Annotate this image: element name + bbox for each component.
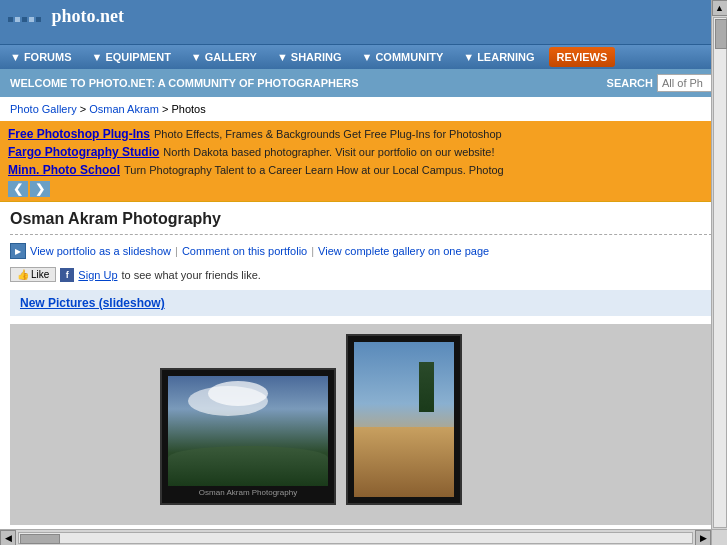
portfolio-links: ▶ View portfolio as a slideshow | Commen… — [10, 243, 717, 259]
ad-text-1: Photo Effects, Frames & Backgrounds Get … — [154, 126, 502, 143]
breadcrumb-photographer[interactable]: Osman Akram — [89, 103, 159, 115]
nav-item-reviews[interactable]: REVIEWS — [549, 47, 616, 67]
facebook-icon: f — [60, 268, 74, 282]
cloud-decoration-2 — [208, 381, 268, 406]
scrollbar-track — [713, 17, 727, 528]
photo-frame-2[interactable] — [346, 334, 462, 505]
search-input[interactable] — [657, 74, 717, 92]
comment-link[interactable]: Comment on this portfolio — [182, 245, 307, 257]
logo-decoration — [8, 17, 43, 38]
facebook-after-text: to see what your friends like. — [122, 269, 261, 281]
welcome-bar: WELCOME TO PHOTO.NET: A COMMUNITY OF PHO… — [0, 69, 727, 97]
hills-decoration — [168, 446, 328, 486]
ad-link-1[interactable]: Free Photoshop Plug-Ins — [8, 125, 150, 143]
breadcrumb-gallery[interactable]: Photo Gallery — [10, 103, 77, 115]
nav-item-equipment[interactable]: ▼ EQUIPMENT — [82, 45, 181, 69]
photo-portrait — [354, 342, 454, 497]
scrollbar-horizontal-track — [18, 532, 693, 534]
welcome-text: WELCOME TO PHOTO.NET: A COMMUNITY OF PHO… — [10, 77, 359, 89]
main-content: Osman Akram Photography ▶ View portfolio… — [0, 202, 727, 533]
new-pictures-bar: New Pictures (slideshow) — [10, 290, 717, 316]
breadcrumb: Photo Gallery > Osman Akram > Photos — [0, 97, 727, 121]
search-area: SEARCH — [607, 74, 717, 92]
dropdown-icon: ▼ — [191, 51, 202, 63]
photo-container-1: Osman Akram Photography — [160, 368, 336, 505]
scroll-left-button[interactable]: ◀ — [0, 530, 16, 534]
divider — [10, 234, 717, 235]
photos-area: Osman Akram Photography — [10, 324, 717, 525]
ad-link-3[interactable]: Minn. Photo School — [8, 161, 120, 179]
photo-frame-1[interactable]: Osman Akram Photography — [160, 368, 336, 505]
ad-banner: Free Photoshop Plug-Ins Photo Effects, F… — [0, 121, 727, 202]
search-label: SEARCH — [607, 77, 653, 89]
gallery-link[interactable]: View complete gallery on one page — [318, 245, 489, 257]
nav-item-forums[interactable]: ▼ FORUMS — [0, 45, 82, 69]
new-pictures-link[interactable]: New Pictures (slideshow) — [20, 296, 165, 310]
tree-decoration — [419, 362, 434, 412]
ad-next-button[interactable]: ❯ — [30, 181, 50, 197]
ad-item-1: Free Photoshop Plug-Ins Photo Effects, F… — [8, 125, 719, 143]
dropdown-icon: ▼ — [362, 51, 373, 63]
photo-landscape — [168, 376, 328, 486]
ad-item-3: Minn. Photo School Turn Photography Tale… — [8, 161, 719, 179]
facebook-like: 👍 Like f Sign Up to see what your friend… — [10, 267, 717, 282]
ad-prev-button[interactable]: ❮ — [8, 181, 28, 197]
logo[interactable]: photo.net — [8, 6, 124, 38]
dropdown-icon: ▼ — [10, 51, 21, 63]
like-button[interactable]: 👍 Like — [10, 267, 56, 282]
nav-item-sharing[interactable]: ▼ SHARING — [267, 45, 352, 69]
ad-text-3: Turn Photography Talent to a Career Lear… — [124, 162, 504, 179]
scroll-right-button[interactable]: ▶ — [695, 530, 711, 534]
dropdown-icon: ▼ — [463, 51, 474, 63]
scrollbar-corner — [711, 529, 727, 533]
breadcrumb-current: Photos — [171, 103, 205, 115]
photo-caption-1: Osman Akram Photography — [168, 488, 328, 497]
dropdown-icon: ▼ — [92, 51, 103, 63]
ad-text-2: North Dakota based photographer. Visit o… — [163, 144, 494, 161]
scrollbar-bottom: ◀ ▶ — [0, 529, 711, 533]
nav-item-community[interactable]: ▼ COMMUNITY — [352, 45, 454, 69]
dropdown-icon: ▼ — [277, 51, 288, 63]
cliff-decoration — [354, 427, 454, 497]
page-title: Osman Akram Photography — [10, 210, 717, 228]
slideshow-link[interactable]: View portfolio as a slideshow — [30, 245, 171, 257]
ad-link-2[interactable]: Fargo Photography Studio — [8, 143, 159, 161]
nav-bar: ▼ FORUMS ▼ EQUIPMENT ▼ GALLERY ▼ SHARING… — [0, 44, 727, 69]
ad-navigation: ❮ ❯ — [8, 181, 719, 197]
photo-container-2 — [346, 334, 462, 505]
scroll-up-button[interactable]: ▲ — [712, 0, 728, 16]
nav-item-learning[interactable]: ▼ LEARNING — [453, 45, 544, 69]
nav-item-gallery[interactable]: ▼ GALLERY — [181, 45, 267, 69]
facebook-signup-link[interactable]: Sign Up — [78, 269, 117, 281]
thumbs-up-icon: 👍 — [17, 269, 29, 280]
scrollbar-thumb[interactable] — [715, 19, 727, 49]
ad-item-2: Fargo Photography Studio North Dakota ba… — [8, 143, 719, 161]
portfolio-icon: ▶ — [10, 243, 26, 259]
scrollbar-right: ▲ ▼ — [711, 0, 727, 533]
header: photo.net — [0, 0, 727, 44]
